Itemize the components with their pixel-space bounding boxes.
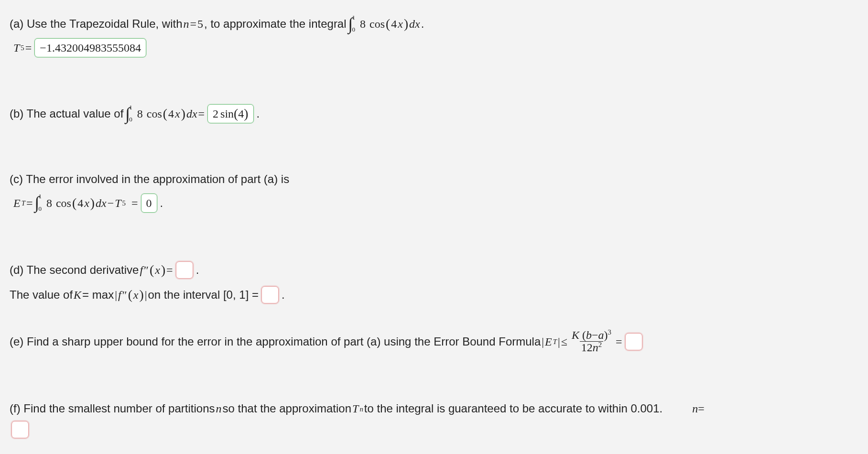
equals: = [26,194,33,212]
var-a: a [598,329,604,341]
var-x: x [133,286,139,304]
equals: = [698,400,705,418]
text: (d) The second derivative [10,261,139,279]
paren-open: ( [128,284,132,305]
integral-lower: 0 [352,26,355,32]
dx: dx [409,15,420,33]
dx: dx [96,194,107,212]
dx: dx [186,105,197,123]
integral-icon: ∫ 1 0 [348,17,355,31]
coef-4: 4 [391,15,397,33]
equals: = [131,194,138,212]
paren-close: ) [404,13,408,34]
part-a-prompt: (a) Use the Trapezoidal Rule, with n = 5… [10,13,858,34]
label-T: T [115,194,121,212]
n-equals: n = [692,400,705,418]
equals: = [198,105,205,123]
fn-cos: cos [369,15,385,33]
part-b: (b) The actual value of ∫ 1 0 8 cos ( 4 … [10,103,858,124]
paren-close: ) [139,284,143,305]
answer-input-d2[interactable] [261,286,279,303]
text: (b) The actual value of [10,105,123,123]
part-c: (c) The error involved in the approximat… [10,170,858,214]
prime-icon: ″ [122,286,127,304]
exp-3: 3 [608,328,611,336]
text: to the integral is guaranteed to be accu… [364,400,662,418]
var-x: x [398,15,403,33]
equals: = [166,261,173,279]
answer-input-e[interactable] [625,333,642,350]
ans-arg: 4 [238,105,244,123]
ans-coef: 2 [213,105,218,123]
part-a: (a) Use the Trapezoidal Rule, with n = 5… [10,13,858,57]
var-x: x [155,261,160,279]
minus: − [108,194,114,212]
period: . [196,261,199,279]
answer-input-a[interactable]: −1.432004983555084 [34,38,146,57]
part-a-answer-line: T 5 = −1.432004983555084 [13,38,858,57]
paren-close: ) [161,259,165,281]
label-E: E [13,194,21,212]
abs-open-icon: | [115,286,117,304]
var-x: x [175,105,180,123]
var-x: x [84,194,89,212]
text: (a) Use the Trapezoidal Rule, with [10,15,183,33]
paren-close: ) [90,193,95,214]
answer-input-f[interactable] [11,421,29,438]
integral-icon: ∫ 1 0 [35,196,42,210]
part-e-line: (e) Find a sharp upper bound for the err… [10,329,858,354]
part-f-answer-line [10,421,858,438]
paren-open: ( [386,13,390,34]
text: (e) Find a sharp upper bound for the err… [10,333,541,351]
abs-open-icon: | [542,333,544,351]
paren-close: ) [244,103,248,124]
var-b: b [586,329,592,341]
paren-open: ( [72,193,76,214]
abs-close-icon: | [558,333,560,351]
integral-upper: 1 [38,193,42,199]
var-n: n [184,15,189,33]
text: (f) Find the smallest number of partitio… [10,400,215,418]
coef-4: 4 [168,105,174,123]
period: . [421,15,424,33]
paren-open: ( [150,259,154,281]
ans-fn: sin [220,105,234,123]
part-c-equation: E T = ∫ 1 0 8 cos ( 4 x ) dx − T 5 = [13,193,858,214]
paren-open: ( [234,103,238,124]
period: . [160,194,163,212]
equals: = [25,39,32,57]
equals: = [190,15,197,33]
coef: 8 [137,105,143,123]
answer-input-d1[interactable] [176,261,193,279]
part-f: (f) Find the smallest number of partitio… [10,400,858,438]
paren-open: ( [163,103,167,124]
label-E: E [545,333,552,351]
text: = max [82,286,114,304]
text: on the interval [0, 1] = [148,286,259,304]
fraction: K (b−a)3 12n2 [570,329,613,354]
paren-close: ) [181,103,185,124]
fraction-numerator: K (b−a)3 [570,329,613,341]
abs-close-icon: | [145,286,147,304]
text: , to approximate the integral [204,15,347,33]
label-f: f [140,261,143,279]
prime-icon: ″ [144,261,149,279]
integral-lower: 0 [129,116,132,122]
period: . [257,105,260,123]
integral-upper: 1 [129,104,132,110]
coef: 8 [360,15,366,33]
part-e: (e) Find a sharp upper bound for the err… [10,329,858,354]
var-n: n [593,341,598,354]
coef-12: 12 [581,341,593,354]
coef-4: 4 [77,194,83,212]
integral-lower: 0 [38,205,42,212]
part-c-prompt: (c) The error involved in the approximat… [10,170,858,188]
answer-input-b[interactable]: 2 sin ( 4 ) [207,104,253,123]
exp-2: 2 [598,341,602,348]
var-K: K [572,329,579,341]
answer-input-c[interactable]: 0 [141,194,157,213]
value-5: 5 [197,15,203,33]
part-b-line: (b) The actual value of ∫ 1 0 8 cos ( 4 … [10,103,858,124]
fn-cos: cos [147,105,162,123]
fn-cos: cos [56,194,71,212]
